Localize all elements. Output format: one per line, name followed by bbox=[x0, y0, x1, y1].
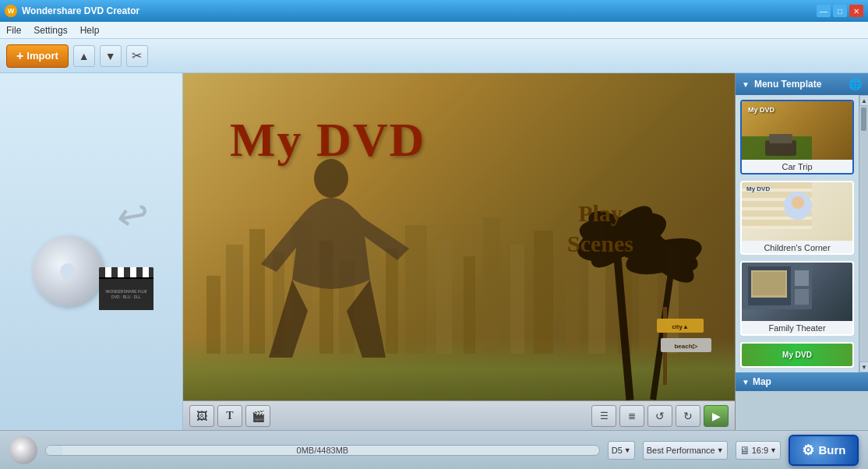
svg-rect-13 bbox=[510, 245, 524, 354]
menu-layout-button[interactable]: ☰ bbox=[591, 405, 616, 427]
map-section-header: ▼ Map bbox=[736, 372, 868, 391]
childrens-corner-label: Children's Corner bbox=[742, 241, 852, 255]
rotate-right-button[interactable]: ↻ bbox=[676, 405, 700, 427]
menu-bar: File Settings Help bbox=[0, 22, 868, 39]
progress-bar-area: 0MB/4483MB bbox=[45, 445, 600, 456]
preview-dvd-title: My DVD bbox=[230, 112, 425, 168]
film-icon: 🎬 bbox=[252, 410, 265, 422]
scroll-up-button[interactable]: ▲ bbox=[859, 95, 868, 106]
down-arrow-icon: ▼ bbox=[105, 50, 116, 62]
svg-point-46 bbox=[792, 196, 804, 209]
menu-file[interactable]: File bbox=[6, 25, 21, 36]
monitor-icon: 🖥 bbox=[739, 444, 750, 457]
dvd-disc-small-icon bbox=[9, 436, 37, 464]
template-item-childrens-corner[interactable]: My DVD bbox=[740, 181, 854, 256]
scroll-track bbox=[859, 106, 868, 361]
import-label: Import bbox=[26, 50, 58, 62]
next-template-visual: My DVD bbox=[742, 344, 852, 367]
list-layout-button[interactable]: ≣ bbox=[619, 405, 644, 427]
move-up-button[interactable]: ▲ bbox=[73, 45, 95, 67]
quality-dropdown-icon: ▼ bbox=[717, 446, 724, 454]
menu-template-title: Menu Template bbox=[754, 79, 821, 90]
rotate-left-button[interactable]: ↺ bbox=[647, 405, 672, 427]
family-theater-label: Family Theater bbox=[742, 321, 852, 335]
disc-type-select[interactable]: D5 ▼ bbox=[608, 441, 635, 460]
maximize-button[interactable]: □ bbox=[833, 5, 847, 17]
template-item-car-trip[interactable]: My DVD Car Trip bbox=[740, 100, 854, 175]
play-icon: ▶ bbox=[712, 410, 721, 422]
car-trip-thumbnail: My DVD bbox=[742, 101, 852, 160]
quality-select[interactable]: Best Performance ▼ bbox=[643, 441, 728, 460]
rotate-right-icon: ↻ bbox=[683, 410, 693, 422]
globe-icon[interactable]: 🌐 bbox=[849, 78, 862, 90]
progress-fill bbox=[46, 446, 62, 455]
collapse-arrow-icon[interactable]: ▼ bbox=[742, 80, 750, 89]
disc-type-dropdown-icon: ▼ bbox=[624, 446, 631, 454]
import-plus-icon: + bbox=[16, 49, 23, 63]
template-scrollbar[interactable]: ▲ ▼ bbox=[859, 95, 868, 372]
map-title: Map bbox=[753, 376, 771, 387]
svg-rect-10 bbox=[436, 241, 452, 354]
svg-rect-11 bbox=[464, 256, 475, 354]
palm-trees-svg: city▲ beach▷ bbox=[540, 151, 711, 400]
import-arrow-icon: ↩ bbox=[113, 191, 153, 241]
family-theater-thumbnail: My DVD bbox=[742, 263, 852, 321]
burn-button[interactable]: ⚙ Burn bbox=[789, 435, 859, 466]
car-trip-scene-svg bbox=[742, 117, 812, 160]
play-button[interactable]: ▶ bbox=[704, 405, 729, 427]
quality-value: Best Performance bbox=[647, 446, 715, 455]
app-icon: W bbox=[5, 5, 17, 17]
scroll-down-button[interactable]: ▼ bbox=[859, 361, 868, 372]
scissors-icon: ✂ bbox=[132, 48, 142, 63]
car-trip-label: Car Trip bbox=[742, 160, 852, 174]
app-title: Wondershare DVD Creator bbox=[22, 5, 817, 16]
svg-rect-1 bbox=[226, 245, 243, 354]
svg-rect-50 bbox=[753, 272, 785, 295]
window-controls: — □ ✕ bbox=[817, 5, 863, 17]
close-button[interactable]: ✕ bbox=[849, 5, 863, 17]
preview-play-scenes: PlayScenes bbox=[567, 198, 633, 259]
childrens-corner-thumbnail: My DVD bbox=[742, 182, 852, 241]
add-text-button[interactable]: T bbox=[217, 405, 242, 427]
svg-rect-52 bbox=[795, 289, 809, 305]
map-area bbox=[736, 391, 868, 430]
person-silhouette-svg bbox=[245, 155, 417, 358]
family-scene-svg bbox=[742, 263, 812, 309]
move-down-button[interactable]: ▼ bbox=[100, 45, 122, 67]
text-icon: T bbox=[226, 410, 233, 422]
right-panel: ▼ Menu Template 🌐 My DVD bbox=[736, 73, 868, 430]
add-image-button[interactable]: 🖼 bbox=[189, 405, 214, 427]
menu-settings[interactable]: Settings bbox=[34, 25, 67, 36]
progress-label: 0MB/4483MB bbox=[297, 446, 349, 455]
main-content: ↩ WONDERSHARE FILMDVD · BLU · DLL bbox=[0, 73, 868, 430]
template-item-family-theater[interactable]: My DVD bbox=[740, 261, 854, 336]
burn-label: Burn bbox=[819, 443, 846, 457]
bottom-bar: 0MB/4483MB D5 ▼ Best Performance ▼ 🖥 16:… bbox=[0, 430, 868, 469]
svg-rect-38 bbox=[769, 134, 792, 143]
left-panel: ↩ WONDERSHARE FILMDVD · BLU · DLL bbox=[0, 73, 183, 430]
list-layout-icon: ≣ bbox=[628, 411, 636, 421]
svg-text:city▲: city▲ bbox=[672, 323, 689, 330]
menu-template-header: ▼ Menu Template 🌐 bbox=[736, 73, 868, 95]
ct-my-dvd-label: My DVD bbox=[748, 106, 774, 114]
template-item-next[interactable]: My DVD bbox=[740, 342, 854, 368]
preview-toolbar: 🖼 T 🎬 ☰ ≣ ↺ ↻ ▶ bbox=[183, 400, 735, 430]
import-button[interactable]: + Import bbox=[6, 44, 69, 68]
minimize-button[interactable]: — bbox=[817, 5, 831, 17]
next-template-label: My DVD bbox=[782, 351, 812, 359]
scroll-thumb[interactable] bbox=[861, 108, 866, 131]
aspect-ratio-select[interactable]: 🖥 16:9 ▼ bbox=[736, 441, 781, 460]
menu-help[interactable]: Help bbox=[80, 25, 100, 36]
burn-icon: ⚙ bbox=[802, 442, 814, 459]
preview-canvas: city▲ beach▷ My DVD PlayScenes bbox=[183, 73, 735, 400]
svg-rect-51 bbox=[795, 270, 809, 286]
add-image-icon: 🖼 bbox=[196, 410, 207, 422]
add-clip-button[interactable]: 🎬 bbox=[245, 405, 270, 427]
film-clapper-icon: WONDERSHARE FILMDVD · BLU · DLL bbox=[99, 267, 153, 310]
up-arrow-icon: ▲ bbox=[79, 50, 90, 62]
aspect-ratio-value: 16:9 bbox=[752, 446, 768, 455]
svg-rect-0 bbox=[206, 276, 221, 354]
template-list: My DVD Car Trip bbox=[736, 95, 859, 372]
delete-button[interactable]: ✂ bbox=[126, 45, 148, 67]
map-collapse-icon[interactable]: ▼ bbox=[742, 378, 750, 386]
